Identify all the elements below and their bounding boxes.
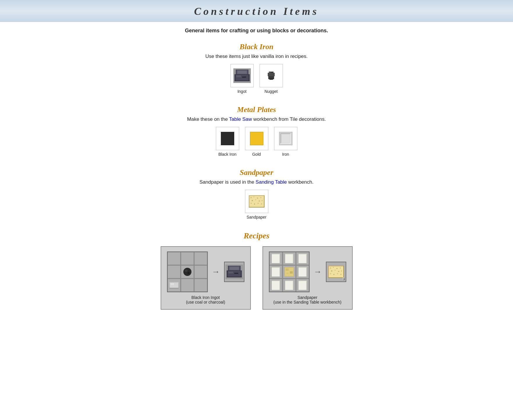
plate-black-item: Black Iron [216, 127, 239, 157]
sandpaper-desc-prefix: Sandpaper is used in the [200, 179, 256, 185]
sandpaper-title: Sandpaper [132, 168, 382, 177]
svg-rect-17 [281, 133, 291, 134]
svg-rect-82 [299, 281, 307, 281]
svg-rect-90 [331, 270, 332, 272]
grid-cell-2-3 [194, 265, 207, 278]
page-title: Construction Items [0, 5, 513, 17]
plate-black-label: Black Iron [218, 152, 236, 157]
sandpaper-label: Sandpaper [246, 215, 267, 219]
iron-ingot-small-icon [169, 281, 179, 290]
sandpaper-item: Sandpaper [245, 190, 268, 219]
svg-rect-77 [279, 281, 280, 290]
metal-plates-desc: Make these on the Table Saw workbench fr… [132, 116, 382, 122]
svg-rect-31 [251, 203, 252, 204]
recipes-title: Recipes [132, 231, 382, 240]
recipe-sandpaper-inner: → [269, 251, 346, 292]
sanding-table-link[interactable]: Sanding Table [255, 179, 287, 185]
svg-rect-95 [333, 274, 334, 275]
svg-rect-63 [306, 254, 307, 263]
paper-icon-5 [297, 267, 308, 277]
svg-rect-45 [169, 288, 179, 288]
arrow-2: → [314, 267, 322, 277]
paper-icon-7 [284, 280, 294, 290]
paper-icon-3 [297, 253, 308, 264]
svg-rect-66 [279, 267, 280, 277]
sand-block-icon [284, 267, 294, 277]
black-iron-section: Black Iron Use these items just like van… [132, 42, 382, 94]
svg-rect-71 [286, 272, 289, 274]
svg-rect-58 [285, 254, 293, 263]
svg-rect-62 [299, 254, 307, 254]
svg-rect-25 [257, 198, 258, 199]
grid-cell-s2-3 [296, 265, 309, 278]
grid-cell-2-2 [181, 265, 194, 278]
svg-rect-10 [268, 73, 275, 76]
svg-rect-35 [249, 195, 265, 196]
plate-gold-icon [250, 132, 263, 145]
nugget-item: Nugget [260, 64, 283, 94]
svg-rect-94 [330, 273, 331, 274]
svg-rect-57 [279, 254, 280, 263]
table-saw-link[interactable]: Table Saw [229, 116, 252, 122]
crafting-grid-1 [167, 251, 208, 292]
svg-rect-3 [237, 71, 247, 74]
svg-rect-27 [252, 200, 253, 201]
svg-rect-69 [286, 268, 289, 271]
svg-rect-13 [269, 72, 271, 73]
paper-icon-2 [284, 253, 294, 264]
svg-rect-99 [328, 266, 329, 278]
grid-cell-3-3 [194, 279, 207, 292]
result-box-1 [224, 262, 244, 282]
svg-rect-74 [306, 267, 307, 277]
svg-rect-61 [299, 254, 307, 263]
svg-rect-101 [343, 266, 344, 278]
svg-rect-18 [281, 133, 281, 144]
svg-rect-93 [341, 270, 342, 272]
plate-iron-item: Iron [274, 127, 297, 157]
metal-plates-items: Black Iron Gold [132, 127, 382, 157]
svg-rect-83 [306, 281, 307, 290]
svg-rect-72 [299, 267, 307, 277]
metal-plates-desc-suffix: workbench from Tile decorations. [252, 116, 326, 122]
recipes-row: → [132, 246, 382, 310]
nugget-icon [265, 70, 277, 81]
svg-rect-12 [269, 79, 273, 80]
svg-rect-28 [255, 199, 256, 200]
ingot-label: Ingot [237, 89, 246, 94]
svg-rect-29 [259, 201, 260, 201]
metal-plates-section: Metal Plates Make these on the Table Saw… [132, 105, 382, 157]
svg-rect-75 [272, 281, 280, 290]
svg-point-41 [187, 272, 190, 274]
svg-rect-26 [260, 197, 261, 198]
grid-cell-s3-2 [283, 279, 296, 292]
svg-point-39 [183, 268, 191, 276]
sandpaper-items: Sandpaper [132, 190, 382, 219]
svg-rect-44 [171, 283, 174, 285]
grid-cell-3-2 [181, 279, 194, 292]
page-content: General items for crafting or using bloc… [126, 22, 388, 333]
svg-rect-37 [249, 207, 265, 208]
plate-gold-label: Gold [252, 152, 261, 157]
recipe-black-iron-inner: → [167, 251, 244, 292]
sandpaper-section: Sandpaper Sandpaper is used in the Sandi… [132, 168, 382, 219]
svg-rect-60 [293, 254, 293, 263]
coal-icon [182, 267, 193, 277]
recipe-black-iron: → [161, 246, 251, 310]
svg-rect-34 [261, 203, 262, 204]
grid-cell-2-1 [168, 265, 180, 278]
nugget-box [260, 64, 283, 87]
svg-rect-38 [264, 195, 265, 208]
metal-plates-desc-prefix: Make these on the [187, 116, 229, 122]
arrow-1: → [212, 267, 220, 277]
grid-cell-1-3 [194, 252, 207, 265]
svg-rect-33 [258, 203, 259, 204]
svg-rect-53 [234, 273, 238, 274]
svg-rect-96 [337, 273, 338, 274]
paper-icon-6 [271, 280, 281, 290]
svg-rect-87 [333, 267, 334, 268]
metal-plates-title: Metal Plates [132, 105, 382, 114]
intro-text: General items for crafting or using bloc… [132, 28, 382, 34]
svg-rect-65 [272, 267, 280, 268]
svg-rect-20 [290, 133, 291, 144]
svg-rect-52 [228, 272, 233, 273]
